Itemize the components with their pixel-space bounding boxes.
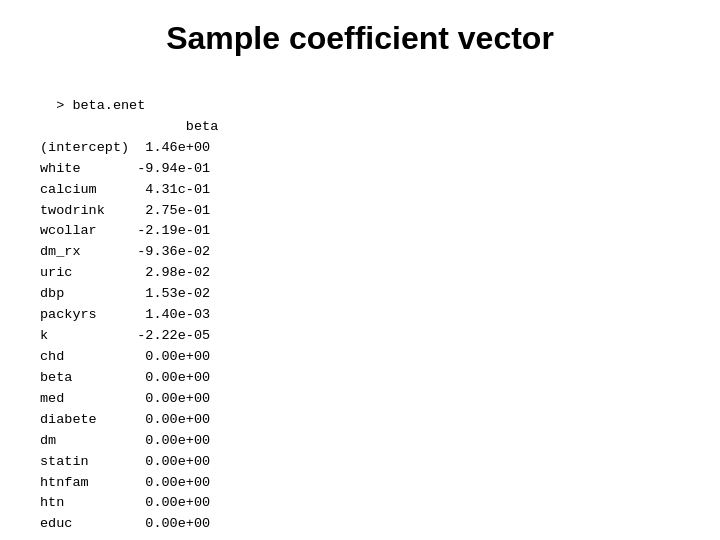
coefficient-table: beta (intercept) 1.46e+00 white -9.94e-0… [40, 117, 218, 535]
page-title: Sample coefficient vector [166, 20, 554, 57]
command-line: > beta.enet [56, 98, 145, 113]
code-output: > beta.enet [40, 75, 145, 117]
